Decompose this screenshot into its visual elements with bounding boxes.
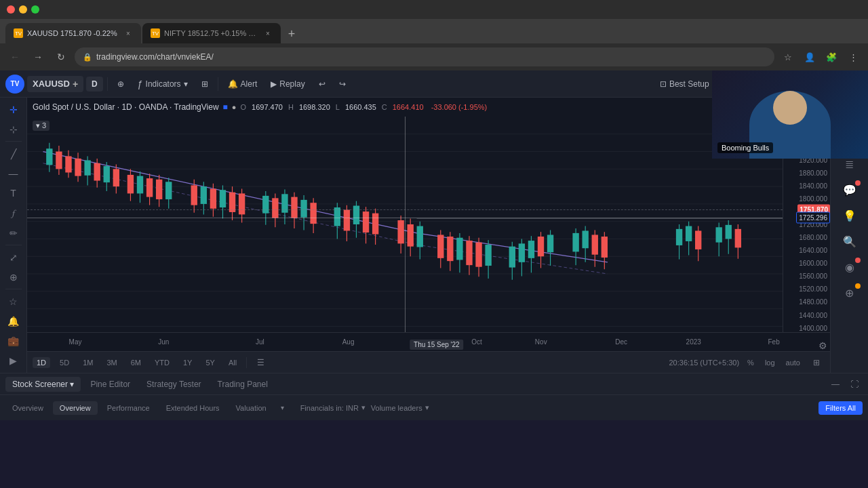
chart-settings-scroll-button[interactable]: ⚙: [818, 340, 827, 351]
bookmark-icon[interactable]: ☆: [778, 47, 797, 66]
chart-icon-dot: ●: [232, 103, 237, 111]
svg-rect-80: [408, 224, 414, 247]
percent-button[interactable]: %: [745, 357, 757, 368]
tab-stock-screener[interactable]: Stock Screener ▾: [5, 377, 81, 392]
ohlc-h-val: 1698.320: [299, 103, 330, 111]
compare-chart-button[interactable]: ⊞: [808, 354, 825, 371]
chat-badge: [855, 180, 861, 186]
indicators-button[interactable]: ƒ Indicators ▾: [132, 76, 193, 92]
svg-rect-82: [417, 226, 423, 247]
bar-type-button[interactable]: ☰: [252, 354, 269, 371]
trendline-tool[interactable]: ╱: [3, 144, 24, 163]
timeframe-button[interactable]: D: [86, 77, 103, 92]
horizontal-line-tool[interactable]: —: [3, 164, 24, 182]
sub-tab-more-button[interactable]: ▾: [276, 401, 290, 415]
sub-tab-overview-1[interactable]: Overview: [5, 401, 50, 415]
tf-1m[interactable]: 1M: [79, 357, 97, 368]
screener-panel-button[interactable]: 🔍: [836, 229, 863, 253]
volume-select[interactable]: Volume leaders ▾: [371, 403, 429, 412]
tf-all[interactable]: All: [224, 357, 241, 368]
sub-tab-extended[interactable]: Extended Hours: [159, 401, 226, 415]
ohlc-l-label: L: [336, 103, 340, 111]
tf-1d[interactable]: 1D: [33, 357, 50, 368]
minimize-window-button[interactable]: [19, 5, 27, 14]
compare-button[interactable]: ⊕: [112, 77, 130, 92]
filters-button[interactable]: Filters All: [818, 401, 863, 415]
time-feb: Feb: [768, 338, 779, 346]
bottom-panel-content: Overview Overview Performance Extended H…: [0, 395, 868, 420]
bottom-toolbar: 1D 5D 1M 3M 6M YTD 1Y 5Y All ☰ 20:36:15 …: [27, 351, 830, 373]
tab-nifty[interactable]: TV NIFTY 18512.75 +0.15% Be... ×: [142, 23, 281, 43]
symbol-button[interactable]: XAUUSD +: [27, 76, 83, 92]
zoom-tool[interactable]: ⊕: [3, 268, 24, 286]
ohlc-l-val: 1660.435: [345, 103, 376, 111]
svg-rect-120: [715, 227, 722, 242]
text-tool[interactable]: T: [3, 184, 24, 203]
settings-icon[interactable]: ⋮: [844, 47, 863, 66]
reload-button[interactable]: ↻: [52, 47, 71, 66]
ideas-panel-button[interactable]: 💡: [836, 203, 863, 228]
cursor-tool[interactable]: ✛: [3, 100, 24, 119]
svg-rect-124: [735, 229, 741, 248]
tab-trading-panel[interactable]: Trading Panel: [211, 377, 275, 392]
tf-ytd[interactable]: YTD: [151, 357, 174, 368]
profile-icon[interactable]: 👤: [800, 47, 819, 66]
extensions-icon[interactable]: 🧩: [822, 47, 841, 66]
tf-3m[interactable]: 3M: [102, 357, 121, 368]
alerts-panel-button[interactable]: ◉: [836, 255, 863, 279]
panel-minimize-button[interactable]: —: [827, 376, 844, 392]
tab-xauusd[interactable]: TV XAUUSD 1751.870 -0.22% ×: [5, 23, 141, 43]
redo-button[interactable]: ↪: [334, 77, 351, 92]
crosshair-tool[interactable]: ⊹: [3, 120, 24, 138]
trade-icon[interactable]: 💼: [3, 332, 24, 350]
tv-logo[interactable]: TV: [5, 75, 24, 94]
undo-button[interactable]: ↩: [313, 77, 331, 92]
log-button[interactable]: log: [762, 357, 778, 368]
toolbar-divider-2: [218, 77, 218, 91]
tab-pine-editor[interactable]: Pine Editor: [83, 377, 137, 392]
replay-icon[interactable]: ▶: [3, 352, 24, 370]
svg-rect-66: [310, 203, 316, 224]
tab-close-2[interactable]: ×: [263, 28, 273, 38]
measure-tool[interactable]: ⤢: [3, 248, 24, 266]
ohlc-o-val: 1697.470: [252, 103, 283, 111]
auto-button[interactable]: auto: [783, 357, 803, 368]
panel-expand-button[interactable]: ⛶: [846, 376, 863, 392]
close-window-button[interactable]: [7, 5, 15, 14]
alert-icon[interactable]: 🔔: [3, 312, 24, 330]
tf-6m[interactable]: 6M: [127, 357, 145, 368]
sub-tab-valuation[interactable]: Valuation: [229, 401, 273, 415]
replay-button[interactable]: ▶ Replay: [265, 77, 310, 92]
watchlist-icon[interactable]: ☆: [3, 292, 24, 310]
chat-panel-button[interactable]: 💬: [836, 178, 863, 202]
templates-button[interactable]: ⊞: [196, 77, 214, 92]
toolbar-divider-1: [107, 77, 108, 91]
tab-strategy-tester[interactable]: Strategy Tester: [140, 377, 208, 392]
svg-rect-44: [191, 185, 197, 205]
tab-close-1[interactable]: ×: [123, 28, 133, 38]
forward-button[interactable]: →: [28, 47, 47, 66]
hover-price-label: 1725.296: [796, 212, 830, 224]
back-button[interactable]: ←: [5, 47, 24, 66]
browser-navbar: ← → ↻ 🔒 tradingview.com/chart/vnviekEA/ …: [0, 43, 868, 70]
ohlc-h-label: H: [288, 103, 294, 111]
address-bar[interactable]: 🔒 tradingview.com/chart/vnviekEA/: [75, 47, 774, 66]
tf-1y[interactable]: 1Y: [179, 357, 196, 368]
maximize-window-button[interactable]: [31, 5, 39, 14]
fibonacci-tool[interactable]: 𝑓: [3, 204, 24, 222]
more-panel-button[interactable]: ⊕: [836, 281, 863, 305]
brush-tool[interactable]: ✏: [3, 224, 24, 242]
tf-5d[interactable]: 5D: [56, 357, 73, 368]
webcam-overlay: Booming Bulls: [712, 70, 868, 159]
price-1640: 1640.000: [799, 247, 827, 254]
sub-tab-performance[interactable]: Performance: [100, 401, 157, 415]
new-tab-button[interactable]: +: [282, 24, 301, 43]
chart-area[interactable]: ▾ 3: [27, 117, 783, 332]
svg-rect-102: [538, 237, 544, 256]
alert-button[interactable]: 🔔 Alert: [222, 77, 263, 92]
sub-tab-overview-2[interactable]: Overview: [53, 401, 98, 415]
tf-5y[interactable]: 5Y: [201, 357, 218, 368]
financials-select[interactable]: Financials in: INR ▾: [300, 403, 366, 412]
svg-rect-100: [528, 241, 534, 258]
layout-button[interactable]: ⊡ Best Setup ▾: [654, 77, 722, 92]
